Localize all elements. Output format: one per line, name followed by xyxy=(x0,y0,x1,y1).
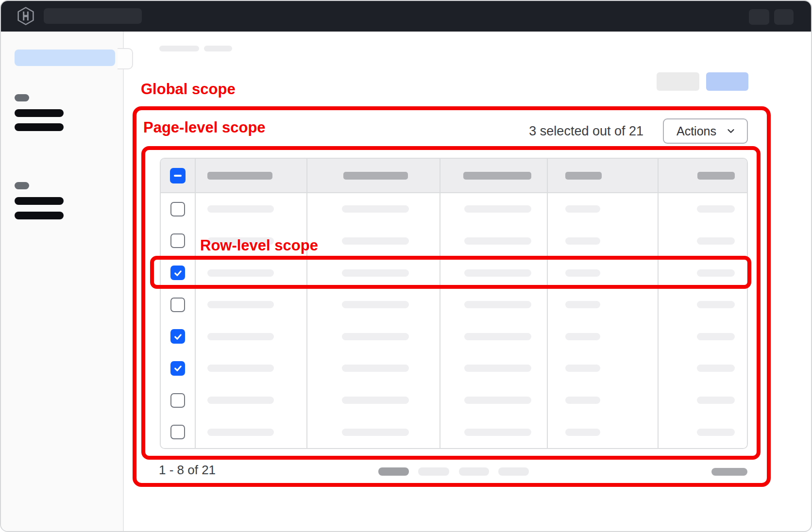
cell-skeleton xyxy=(440,257,548,289)
sidebar xyxy=(1,32,124,531)
cell-skeleton xyxy=(307,352,440,384)
sidebar-nav-item-skeleton[interactable] xyxy=(15,109,64,117)
row-checkbox[interactable] xyxy=(170,298,185,312)
cell-skeleton xyxy=(307,416,440,448)
topbar-action-placeholder-2[interactable] xyxy=(774,9,794,25)
checkmark-icon xyxy=(173,332,183,342)
app-window: 3 selected out of 21 Actions xyxy=(0,0,812,532)
cell-skeleton xyxy=(196,289,307,321)
sidebar-nav-item-skeleton[interactable] xyxy=(15,123,64,131)
cell-skeleton xyxy=(548,384,659,416)
cell-skeleton xyxy=(548,416,659,448)
selection-summary: 3 selected out of 21 xyxy=(529,124,643,139)
cell-skeleton xyxy=(196,193,307,225)
header-cell-skeleton xyxy=(307,159,440,192)
row-checkbox[interactable] xyxy=(170,329,185,344)
header-checkbox[interactable] xyxy=(170,168,186,183)
cell-skeleton xyxy=(548,193,659,225)
primary-button-skeleton[interactable] xyxy=(706,72,748,91)
breadcrumb-skeleton[interactable] xyxy=(159,46,199,51)
cell-skeleton xyxy=(659,193,747,225)
cell-skeleton xyxy=(440,321,548,353)
row-checkbox-cell xyxy=(161,416,196,448)
cell-skeleton xyxy=(440,225,548,257)
data-table xyxy=(160,158,748,449)
topbar xyxy=(1,1,811,32)
pagination-page-skeleton[interactable] xyxy=(498,467,529,476)
header-cell-skeleton xyxy=(659,159,747,192)
topbar-action-placeholder-1[interactable] xyxy=(749,9,769,25)
header-cell-skeleton xyxy=(440,159,548,192)
cell-skeleton xyxy=(440,352,548,384)
row-checkbox-cell xyxy=(161,352,196,384)
pagination-page-skeleton[interactable] xyxy=(418,467,449,476)
header-cell-skeleton xyxy=(548,159,659,192)
row-checkbox[interactable] xyxy=(170,233,185,248)
annotation-row-label: Row-level scope xyxy=(200,237,318,254)
cell-skeleton xyxy=(659,384,747,416)
table-row xyxy=(161,416,747,448)
row-checkbox-cell xyxy=(161,257,196,289)
cell-skeleton xyxy=(659,289,747,321)
breadcrumb-skeleton[interactable] xyxy=(204,46,232,51)
pagination-page-skeleton[interactable] xyxy=(459,467,489,476)
checkmark-icon xyxy=(173,363,183,373)
topbar-search-placeholder[interactable] xyxy=(44,8,142,24)
cell-skeleton xyxy=(659,416,747,448)
row-checkbox[interactable] xyxy=(170,202,185,216)
cell-skeleton xyxy=(440,289,548,321)
row-checkbox[interactable] xyxy=(170,266,185,280)
pagination-range-label: 1 - 8 of 21 xyxy=(159,463,216,478)
cell-skeleton xyxy=(659,257,747,289)
row-checkbox[interactable] xyxy=(170,425,185,439)
cell-skeleton xyxy=(659,352,747,384)
sidebar-active-item-skeleton[interactable] xyxy=(15,50,115,66)
sidebar-section-label-skeleton xyxy=(15,182,29,189)
cell-skeleton xyxy=(196,257,307,289)
annotation-global-label: Global scope xyxy=(141,81,236,98)
row-checkbox-cell xyxy=(161,225,196,257)
cell-skeleton xyxy=(548,321,659,353)
cell-skeleton xyxy=(307,289,440,321)
table-row xyxy=(161,384,747,416)
cell-skeleton xyxy=(440,193,548,225)
sidebar-flyout-tab xyxy=(118,48,133,69)
cell-skeleton xyxy=(307,225,440,257)
header-cell-skeleton xyxy=(196,159,307,192)
table-row xyxy=(161,321,747,353)
table-body xyxy=(161,193,747,448)
cell-skeleton xyxy=(659,321,747,353)
row-checkbox[interactable] xyxy=(170,393,185,408)
actions-button[interactable]: Actions xyxy=(663,118,748,144)
pagination-page-skeleton-active[interactable] xyxy=(378,467,409,476)
cell-skeleton xyxy=(196,352,307,384)
cell-skeleton xyxy=(548,352,659,384)
secondary-button-skeleton[interactable] xyxy=(657,72,699,91)
table-row xyxy=(161,289,747,321)
indeterminate-minus-icon xyxy=(174,175,182,177)
sidebar-nav-item-skeleton[interactable] xyxy=(15,212,64,219)
table-header-row xyxy=(161,159,747,193)
cell-skeleton xyxy=(440,416,548,448)
row-checkbox[interactable] xyxy=(170,361,185,376)
row-checkbox-cell xyxy=(161,193,196,225)
pagination-page-size-skeleton[interactable] xyxy=(711,468,747,476)
cell-skeleton xyxy=(548,225,659,257)
cell-skeleton xyxy=(307,384,440,416)
cell-skeleton xyxy=(548,257,659,289)
cell-skeleton xyxy=(307,193,440,225)
table-row xyxy=(161,193,747,225)
sidebar-nav-item-skeleton[interactable] xyxy=(15,197,64,205)
cell-skeleton xyxy=(307,321,440,353)
actions-button-label: Actions xyxy=(677,124,716,138)
row-checkbox-cell xyxy=(161,289,196,321)
header-checkbox-cell xyxy=(161,159,196,192)
cell-skeleton xyxy=(659,225,747,257)
row-checkbox-cell xyxy=(161,321,196,353)
annotation-page-label: Page-level scope xyxy=(143,119,266,136)
cell-skeleton xyxy=(196,384,307,416)
hashicorp-logo-icon xyxy=(16,6,35,26)
sidebar-section-label-skeleton xyxy=(15,94,29,101)
table-row xyxy=(161,257,747,289)
checkmark-icon xyxy=(173,268,183,278)
